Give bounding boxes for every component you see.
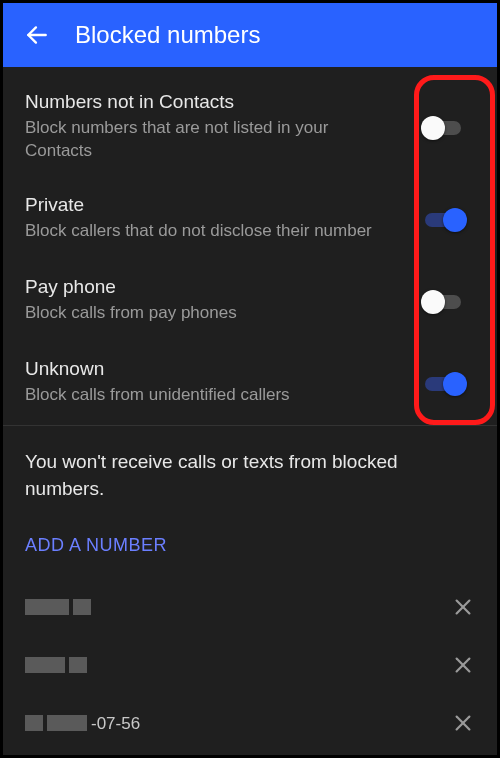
close-icon	[452, 654, 474, 676]
arrow-left-icon	[24, 22, 50, 48]
add-number-button[interactable]: ADD A NUMBER	[3, 509, 497, 578]
row-subtitle: Block calls from pay phones	[25, 302, 385, 325]
toggle-pay-phone[interactable]	[425, 290, 469, 314]
screen: Blocked numbers Numbers not in Contacts …	[0, 0, 500, 758]
row-title: Unknown	[25, 358, 385, 380]
blocked-number-label	[25, 597, 441, 618]
toggle-numbers-not-in-contacts[interactable]	[425, 116, 469, 140]
row-text: Numbers not in Contacts Block numbers th…	[25, 91, 475, 163]
redacted-segment	[47, 715, 87, 731]
row-subtitle: Block callers that do not disclose their…	[25, 220, 385, 243]
info-text: You won't receive calls or texts from bl…	[3, 426, 497, 509]
row-text: Pay phone Block calls from pay phones	[25, 276, 475, 325]
remove-number-button[interactable]	[441, 585, 485, 629]
blocked-number-row	[3, 578, 497, 636]
redacted-segment	[25, 657, 65, 673]
app-bar: Blocked numbers	[3, 3, 497, 67]
row-unknown[interactable]: Unknown Block calls from unidentified ca…	[3, 343, 497, 425]
page-title: Blocked numbers	[75, 21, 260, 49]
row-subtitle: Block numbers that are not listed in you…	[25, 117, 385, 163]
redacted-segment	[25, 599, 69, 615]
row-text: Unknown Block calls from unidentified ca…	[25, 358, 475, 407]
row-numbers-not-in-contacts[interactable]: Numbers not in Contacts Block numbers th…	[3, 77, 497, 179]
row-text: Private Block callers that do not disclo…	[25, 194, 475, 243]
number-suffix: -07-56	[91, 713, 140, 732]
redacted-segment	[69, 657, 87, 673]
settings-list: Numbers not in Contacts Block numbers th…	[3, 67, 497, 425]
back-button[interactable]	[17, 15, 57, 55]
row-title: Numbers not in Contacts	[25, 91, 385, 113]
blocked-number-row: -07-56	[3, 694, 497, 752]
close-icon	[452, 596, 474, 618]
remove-number-button[interactable]	[441, 701, 485, 745]
row-subtitle: Block calls from unidentified callers	[25, 384, 385, 407]
toggle-private[interactable]	[425, 208, 469, 232]
redacted-segment	[25, 715, 43, 731]
close-icon	[452, 712, 474, 734]
blocked-number-label	[25, 655, 441, 676]
blocked-number-row	[3, 636, 497, 694]
row-title: Pay phone	[25, 276, 385, 298]
row-pay-phone[interactable]: Pay phone Block calls from pay phones	[3, 261, 497, 343]
row-title: Private	[25, 194, 385, 216]
redacted-segment	[73, 599, 91, 615]
blocked-number-label: -07-56	[25, 713, 441, 734]
remove-number-button[interactable]	[441, 643, 485, 687]
row-private[interactable]: Private Block callers that do not disclo…	[3, 179, 497, 261]
toggle-unknown[interactable]	[425, 372, 469, 396]
